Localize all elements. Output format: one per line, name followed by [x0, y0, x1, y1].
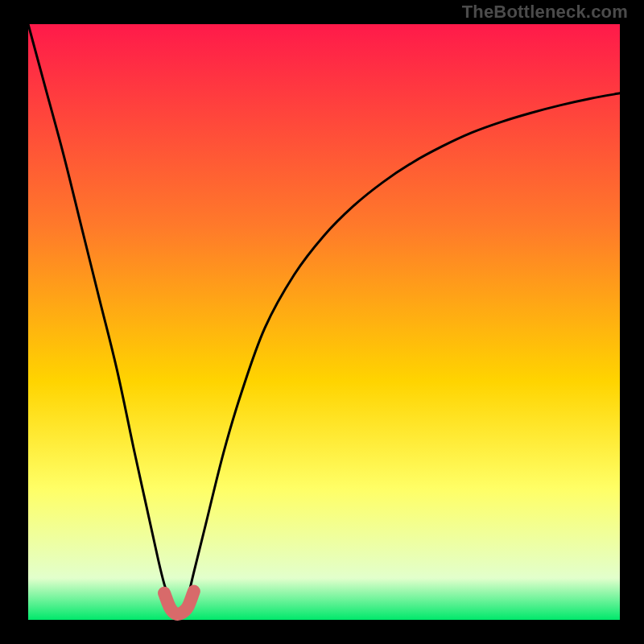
- chart-svg: [0, 0, 644, 644]
- frame: TheBottleneck.com: [0, 0, 644, 644]
- trough-marker: [164, 591, 194, 614]
- bottleneck-curve: [28, 24, 620, 614]
- watermark-text: TheBottleneck.com: [462, 2, 628, 23]
